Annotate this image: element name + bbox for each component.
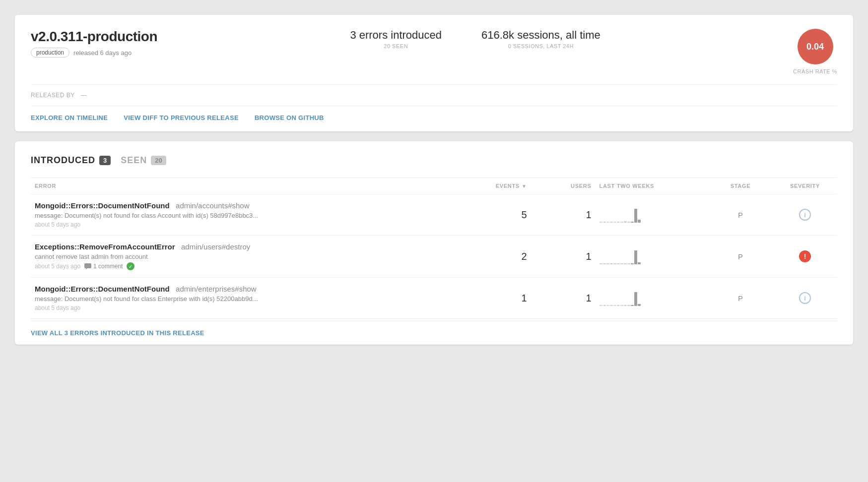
sparkline-cell-1: [596, 236, 709, 278]
tab-introduced[interactable]: INTRODUCED 3: [31, 155, 111, 166]
error-route-0: admin/accounts#show: [176, 201, 249, 210]
release-time: released 6 days ago: [73, 49, 132, 57]
spark-bar: [631, 305, 634, 306]
spark-bar: [634, 250, 637, 264]
severity-cell-1: !: [773, 236, 837, 278]
error-message-2: message: Document(s) not found for class…: [35, 295, 446, 302]
events-value-2: 1: [454, 293, 527, 304]
events-cell-1: 2: [450, 236, 531, 278]
col-header-events-label: EVENTS: [496, 183, 520, 189]
error-name-1: Exceptions::RemoveFromAccountError: [35, 242, 175, 251]
sparkline-cell-2: [596, 278, 709, 319]
col-header-users: USERS: [531, 178, 596, 194]
errors-card: INTRODUCED 3 SEEN 20 ERROR EVENTS ▼: [15, 141, 853, 345]
col-header-severity: SEVERITY: [773, 178, 837, 194]
explore-timeline-link[interactable]: EXPLORE ON TIMELINE: [31, 114, 108, 121]
sort-arrow-icon: ▼: [522, 183, 527, 189]
errors-table: ERROR EVENTS ▼ USERS LAST TWO WEEKS STAG…: [31, 178, 837, 319]
view-diff-link[interactable]: VIEW DIFF TO PREVIOUS RELEASE: [124, 114, 239, 121]
error-message-0: message: Document(s) not found for class…: [35, 212, 446, 219]
spark-bar: [603, 263, 606, 264]
error-cell-2: Mongoid::Errors::DocumentNotFound admin/…: [31, 278, 450, 319]
errors-tabs: INTRODUCED 3 SEEN 20: [31, 155, 837, 166]
errors-introduced-value: 3 errors introduced: [350, 29, 442, 42]
users-value-2: 1: [535, 293, 592, 304]
users-cell-2: 1: [531, 278, 596, 319]
spark-bar: [610, 305, 613, 306]
spark-bar: [603, 305, 606, 306]
spark-bar: [638, 304, 641, 306]
col-header-error: ERROR: [31, 178, 450, 194]
col-header-lastweeks: LAST TWO WEEKS: [596, 178, 709, 194]
tab-seen[interactable]: SEEN 20: [121, 155, 166, 166]
spark-bar: [627, 263, 630, 264]
stage-value-1: P: [712, 252, 769, 261]
crash-rate-section: 0.04 CRASH RATE %: [793, 29, 837, 74]
table-row[interactable]: Mongoid::Errors::DocumentNotFound admin/…: [31, 278, 837, 319]
events-cell-2: 1: [450, 278, 531, 319]
release-meta: production released 6 days ago: [31, 48, 157, 58]
crash-rate-label: CRASH RATE %: [793, 68, 837, 74]
table-row[interactable]: Mongoid::Errors::DocumentNotFound admin/…: [31, 194, 837, 236]
resolved-icon-1: ✓: [127, 262, 134, 270]
severity-cell-2: i: [773, 278, 837, 319]
spark-bar: [613, 305, 616, 306]
sessions-stat: 616.8k sessions, all time 0 SESSIONS, LA…: [481, 29, 601, 49]
sessions-24h-label: 0 SESSIONS, LAST 24H: [481, 43, 601, 49]
errors-table-header: ERROR EVENTS ▼ USERS LAST TWO WEEKS STAG…: [31, 178, 837, 194]
error-time-2: about 5 days ago: [35, 304, 446, 311]
severity-error-icon-1: !: [799, 250, 811, 262]
spark-bar: [606, 263, 609, 264]
browse-github-link[interactable]: BROWSE ON GITHUB: [255, 114, 324, 121]
spark-bar: [600, 263, 602, 264]
spark-bar: [624, 221, 627, 223]
spark-bar: [620, 263, 623, 264]
view-all-link[interactable]: VIEW ALL 3 ERRORS INTRODUCED IN THIS REL…: [31, 321, 837, 345]
svg-rect-0: [84, 263, 91, 268]
users-cell-0: 1: [531, 194, 596, 236]
sessions-value: 616.8k sessions, all time: [481, 29, 601, 42]
users-cell-1: 1: [531, 236, 596, 278]
error-route-2: admin/enterprises#show: [176, 285, 257, 293]
table-row[interactable]: Exceptions::RemoveFromAccountError admin…: [31, 236, 837, 278]
release-tag: production: [31, 48, 69, 58]
crash-rate-circle: 0.04: [798, 29, 833, 64]
spark-bar: [610, 222, 613, 223]
errors-section: INTRODUCED 3 SEEN 20 ERROR EVENTS ▼: [15, 141, 853, 345]
spark-bar: [603, 222, 606, 223]
spark-bar: [620, 305, 623, 306]
error-route-1: admin/users#destroy: [181, 242, 250, 251]
spark-bar: [606, 305, 609, 306]
spark-bar: [600, 222, 602, 223]
spark-bar: [627, 305, 630, 306]
spark-bar: [617, 222, 620, 223]
spark-bar: [606, 222, 609, 223]
spark-bar: [634, 209, 637, 223]
col-header-events: EVENTS ▼: [450, 178, 531, 194]
spark-bar: [613, 263, 616, 264]
release-title: v2.0.311-production: [31, 29, 157, 45]
spark-bar: [620, 222, 623, 223]
users-value-1: 1: [535, 251, 592, 262]
spark-bar: [624, 305, 627, 306]
header-row: ERROR EVENTS ▼ USERS LAST TWO WEEKS STAG…: [31, 178, 837, 194]
crash-rate-value: 0.04: [806, 42, 824, 52]
comment-icon: [84, 263, 91, 269]
spark-bar: [631, 222, 634, 223]
errors-introduced-stat: 3 errors introduced 20 SEEN: [350, 29, 442, 49]
error-time-0: about 5 days ago: [35, 221, 446, 228]
col-header-stage: STAGE: [708, 178, 773, 194]
spark-bar: [631, 263, 634, 264]
tab-seen-label: SEEN: [121, 155, 147, 166]
sparkline-1: [600, 248, 705, 264]
spark-bar: [627, 222, 630, 223]
users-value-0: 1: [535, 209, 592, 221]
stage-value-0: P: [712, 211, 769, 219]
spark-bar: [617, 263, 620, 264]
release-top-section: v2.0.311-production production released …: [31, 29, 837, 85]
spark-bar: [610, 263, 613, 264]
sparkline-0: [600, 207, 705, 223]
comment-badge-1: 1 comment: [84, 263, 123, 270]
stage-cell-0: P: [708, 194, 773, 236]
spark-bar: [638, 220, 641, 223]
